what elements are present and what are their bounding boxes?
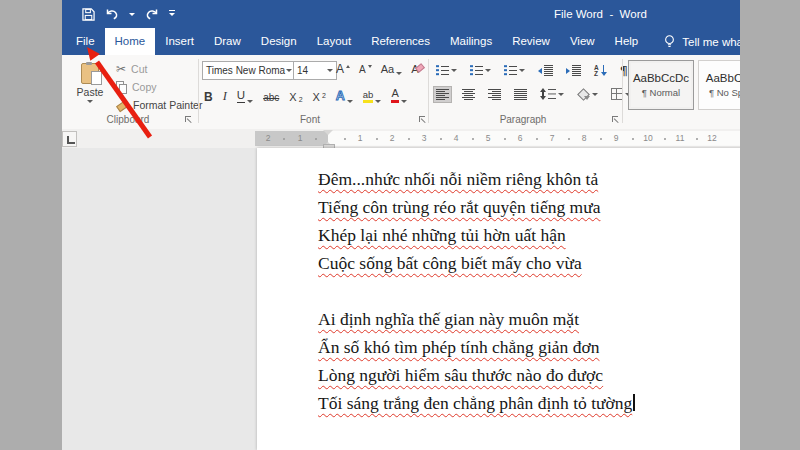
strikethrough-button[interactable]: abc <box>263 93 279 103</box>
style-card--no-spac[interactable]: AaBbCcD¶ No Spac <box>698 60 740 110</box>
tab-references[interactable]: References <box>361 28 440 55</box>
font-group-label: Font <box>202 114 418 125</box>
subscript-button[interactable]: X2 <box>289 92 302 103</box>
clear-formatting-button[interactable]: A <box>411 64 419 76</box>
poem-line-1: Đêm...nhức nhối nỗi niềm riêng khôn tả <box>318 165 635 193</box>
decrease-indent-button[interactable] <box>536 63 555 78</box>
hruler-tick <box>315 138 317 140</box>
tell-me-box[interactable]: Tell me what you w <box>664 28 740 55</box>
pilcrow-icon: ¶ <box>620 63 628 78</box>
format-painter-button[interactable]: Format Painter <box>116 99 202 111</box>
hruler-tick <box>440 138 442 140</box>
line-spacing-button[interactable] <box>538 86 566 102</box>
tab-file[interactable]: File <box>66 28 105 55</box>
tab-help[interactable]: Help <box>605 28 649 55</box>
outdent-lines-icon <box>544 65 553 76</box>
align-left-button[interactable] <box>434 87 451 102</box>
outdent-arrow-icon <box>538 68 542 74</box>
horizontal-ruler[interactable]: 21 123456789101112 <box>255 131 740 146</box>
tab-insert[interactable]: Insert <box>155 28 204 55</box>
sort-button[interactable]: AZ <box>592 63 609 79</box>
hruler-tick <box>283 138 285 140</box>
font-size-combobox[interactable]: 14 <box>293 61 337 80</box>
bold-button[interactable]: B <box>204 91 213 103</box>
hruler-tick <box>408 138 410 140</box>
shading-button[interactable] <box>575 86 600 102</box>
tab-review[interactable]: Review <box>502 28 560 55</box>
title-bar: File Word - Word <box>62 0 740 28</box>
hruler-tick <box>376 138 378 140</box>
highlight-button[interactable]: ab <box>363 90 382 103</box>
cut-button[interactable]: ✂ Cut <box>116 63 147 75</box>
font-dialog-launcher[interactable] <box>418 115 428 125</box>
customize-qat-button[interactable] <box>169 13 175 16</box>
poem-line-9: Tối sáng trắng đen chẳng phân định tỏ tư… <box>318 389 635 417</box>
paste-dropdown-caret[interactable] <box>87 100 93 103</box>
multilevel-list-button[interactable] <box>502 63 527 78</box>
font-size-value: 14 <box>297 65 308 76</box>
document-page[interactable]: Đêm...nhức nhối nỗi niềm riêng khôn tảTi… <box>257 148 740 450</box>
font-name-combobox[interactable]: Times New Roma <box>202 61 296 80</box>
align-right-icon <box>488 89 501 100</box>
hruler-number: 5 <box>486 133 491 143</box>
tab-stop-selector[interactable] <box>62 131 77 147</box>
align-center-button[interactable] <box>460 87 477 102</box>
text-effects-button[interactable]: A <box>336 90 353 103</box>
undo-dropdown-caret[interactable] <box>129 13 135 16</box>
tab-home[interactable]: Home <box>105 28 156 55</box>
redo-button[interactable] <box>145 8 159 20</box>
hruler-tick <box>568 138 570 140</box>
paste-icon <box>81 63 99 84</box>
ribbon-tab-bar: FileHomeInsertDrawDesignLayoutReferences… <box>62 28 740 55</box>
hruler-tick <box>696 138 698 140</box>
hruler-margin-segment: 21 <box>255 131 328 146</box>
tab-draw[interactable]: Draw <box>204 28 251 55</box>
underline-caret[interactable] <box>247 100 253 103</box>
sort-icon: AZ <box>594 65 599 77</box>
undo-button[interactable] <box>105 8 119 20</box>
copy-button[interactable]: Copy <box>116 81 157 93</box>
tab-design[interactable]: Design <box>251 28 307 55</box>
increase-indent-button[interactable] <box>564 63 583 78</box>
document-area: Đêm...nhức nhối nỗi niềm riêng khôn tảTi… <box>62 148 740 450</box>
paragraph-dialog-launcher[interactable] <box>611 115 621 125</box>
tab-view[interactable]: View <box>560 28 605 55</box>
change-case-button[interactable]: Aa <box>381 64 402 75</box>
group-separator <box>428 59 429 123</box>
superscript-button[interactable]: X2 <box>313 92 326 103</box>
poem-line-7: Ẩn số khó tìm phép tính chẳng giản đơn <box>318 333 635 361</box>
numbering-button[interactable] <box>468 63 493 78</box>
font-color-button[interactable]: A <box>391 88 406 103</box>
group-separator <box>622 59 623 123</box>
hruler-number: 4 <box>454 133 459 143</box>
hruler-number: 10 <box>643 133 652 143</box>
poem-line-6: Ai định nghĩa thế gian này muôn mặt <box>318 305 635 333</box>
save-button[interactable] <box>82 8 95 21</box>
underline-button[interactable]: U <box>237 90 253 103</box>
multilevel-list-icon <box>504 65 517 76</box>
justify-button[interactable] <box>512 87 529 102</box>
clipboard-dialog-launcher[interactable] <box>184 115 194 125</box>
grow-font-button[interactable]: A <box>336 63 350 75</box>
style-sample: AaBbCcD <box>706 72 740 84</box>
grow-font-caret-icon <box>346 65 350 68</box>
tab-layout[interactable]: Layout <box>307 28 362 55</box>
copy-icon <box>116 81 127 93</box>
shrink-font-button[interactable]: A <box>359 65 372 75</box>
redo-icon <box>145 8 159 20</box>
align-right-button[interactable] <box>486 87 503 102</box>
italic-button[interactable]: I <box>223 90 227 103</box>
paragraph-group-label: Paragraph <box>430 114 616 125</box>
hruler-number: 8 <box>582 133 587 143</box>
shrink-font-caret-icon <box>368 65 372 68</box>
bullets-button[interactable] <box>434 63 459 78</box>
style-card--normal[interactable]: AaBbCcDc¶ Normal <box>628 60 694 110</box>
indent-lines-icon <box>572 65 581 76</box>
numbering-icon <box>470 65 483 76</box>
hruler-number: 2 <box>390 133 395 143</box>
ribbon-tabs: FileHomeInsertDrawDesignLayoutReferences… <box>66 28 648 55</box>
document-text[interactable]: Đêm...nhức nhối nỗi niềm riêng khôn tảTi… <box>318 165 635 417</box>
tab-mailings[interactable]: Mailings <box>440 28 502 55</box>
poem-line-8: Lòng người hiểm sâu thước nào đo được <box>318 361 635 389</box>
paste-button[interactable]: Paste <box>70 61 110 115</box>
